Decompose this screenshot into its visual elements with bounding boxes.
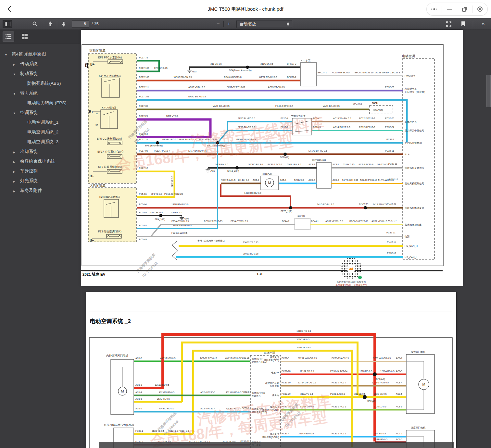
diagram-label: AC9-3 [333,179,339,181]
toc-item[interactable]: ▼空调系统 [0,108,81,118]
junction-dot [159,214,162,217]
zoom-select-dropdown[interactable]: 自动缩放 [236,20,292,28]
diagram-label: AC2-9 PC36-9 [359,163,373,166]
wire [406,390,424,410]
toc-item[interactable]: ▼第4篇 系统电路图 [0,49,81,59]
toc-item[interactable]: ▶车身控制 [0,166,81,176]
tab-outline[interactable] [3,31,14,42]
junction-dot [283,153,287,156]
diagram-label: F23 GY-WH 0.5 [171,232,187,234]
toc-item-label: 转向系统 [20,91,38,95]
diagram-label: AC6-6 [135,407,142,410]
diagram-label: AC2-6 PC36-6 [200,391,215,393]
diagram-label: PTC水泵 [301,59,311,62]
toc-item-label: 制动系统 [20,71,38,76]
diagram-label: 压力开关中压信号 [405,129,424,132]
record-button[interactable] [472,3,487,15]
toc-item[interactable]: 电动空调系统_2 [0,127,76,137]
more-tools-button[interactable]: » [478,20,488,28]
thumbnails-icon [22,34,28,39]
toc-item-label: 第4篇 系统电路图 [12,52,46,56]
toc-item[interactable]: ▶灯光系统 [0,176,81,186]
diagram-label: AC2-10 PC36-10 [360,179,377,181]
more-options-button[interactable] [427,3,442,15]
diagram-label: 2500C YE 0.35 [243,241,258,243]
diagram-label: 351C BK 0.5 [260,63,273,65]
toc-item[interactable]: 防抱死系统(ABS) [0,79,76,88]
diagram-label: 400 YE-GN 0.5 [225,357,240,359]
motor-label: M [422,382,425,386]
minimize-button[interactable] [442,3,457,15]
toc-item[interactable]: ▶传动系统 [0,59,81,69]
diagram-label: AC2-12 PC36-12 [200,357,217,359]
diagram-label: PC32-26 [240,357,249,359]
diagram-label: EF5 CG继电器(10A) [97,137,122,140]
toc-item[interactable]: 电动空调系统_3 [0,137,76,147]
diagram-label: SP23_1(IP) [281,210,292,213]
junction-dot [289,206,292,209]
qr-caption-line1: 扫码查看全球1000+车型资料 [316,280,387,284]
component-box [300,63,317,86]
zoom-in-button[interactable]: + [225,21,233,27]
toc-item[interactable]: ▶冷却系统 [0,147,81,156]
restore-button[interactable] [457,3,472,15]
page-number-input[interactable] [72,20,89,28]
toc-item-label: 冷却系统 [20,149,38,154]
bookmark-button[interactable] [458,20,468,28]
vertical-scrollbar-thumb[interactable] [486,75,491,107]
toc-item[interactable]: ▶乘客约束保护系统 [0,156,81,166]
tab-thumbnails[interactable] [19,31,31,42]
zoom-out-button[interactable]: − [214,21,222,27]
junction-dot [156,141,159,144]
diagram-label: AC23 WH-BK 0.5 [375,71,393,74]
diagram-label: PC32-23 [385,86,394,88]
toc-item[interactable]: ▶车身及附件 [0,186,81,195]
fullscreen-icon [446,21,451,27]
diagram-label: 截止阀 [297,215,305,218]
sidebar-toggle-icon [5,22,10,26]
junction-dot [246,66,249,69]
diagram-label: 前鼓风机反馈信号 [405,167,424,169]
diagram-label: FC12-2 PC18-2 [359,117,375,119]
component-box [317,162,331,188]
page-total-label: / 35 [92,21,99,26]
presentation-mode-button[interactable] [444,20,454,28]
diagram-label: BPC6-16 PC23-16 [349,220,368,222]
diagram-label: 信号地 [272,394,279,397]
diagram-label: 截止阀低边输出 [405,223,422,226]
sidebar-toggle-button[interactable] [3,20,12,28]
diagram-label: PC37-1 AC1-1 [268,163,282,166]
diagram-label: 141B RD-BU 3.0 [171,203,188,205]
toc-item[interactable]: ▼转向系统 [0,88,81,98]
previous-page-button[interactable] [45,20,55,28]
diagram-label: 5729A WH-OG 0.5 [298,357,317,359]
diagram-label: 53 GY 0.35 [377,163,389,166]
junction-dot [235,166,239,169]
diagram-label: AC6-4 [135,391,142,393]
search-icon [32,21,37,26]
diagram-label: PC5-64 [139,203,147,205]
diagram-label: HS_CAN_H [405,244,418,247]
diagram-label: B+ [90,63,94,66]
diagram-label: EF5D BU-RD 0.5 [188,95,206,98]
diagram-label: 363D YE 0.5 [157,398,170,400]
diagram-label: 400 YE-GN 0.5 [160,357,175,359]
diagram-label: 驱动信号(COOL) [262,436,279,439]
chevron-right-icon: ▶ [13,188,15,194]
diagram-label: 402 GN-RD 0.5 [159,391,174,393]
diagram-label: 141D RD-BU 3.0 [317,203,334,205]
diagram-label: AC9-1 [333,163,339,166]
chevron-down-icon: ▼ [13,110,16,117]
toc-item[interactable]: 电动空调系统_1 [0,118,76,127]
diagram-label: 402 GN-RD 0.5 [226,391,241,393]
diagram-label: PC32-30 [282,381,291,384]
select-arrows-icon [287,22,289,26]
diagram-label: SP17(Enginebay) [145,144,163,147]
diagram-label: 电源 [405,235,410,238]
horizontal-scrollbar-thumb[interactable] [99,442,454,448]
diagram-label: 351 BK 1.5 [210,63,222,65]
toc-item[interactable]: 电动助力转向 (EPS) [0,98,76,108]
search-button[interactable] [30,20,40,28]
next-page-button[interactable] [59,20,69,28]
toc-item[interactable]: ▼制动系统 [0,69,81,79]
